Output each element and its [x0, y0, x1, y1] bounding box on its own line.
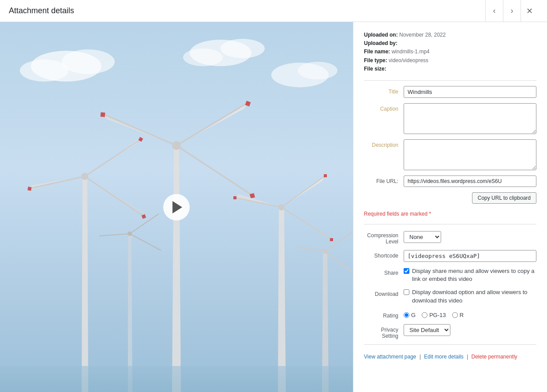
footer-links: View attachment page | Edit more details… [364, 354, 536, 360]
file-url-input[interactable] [404, 175, 536, 187]
prev-button[interactable]: ‹ [485, 0, 503, 22]
caption-label: Caption [364, 103, 404, 112]
media-preview [0, 22, 353, 392]
share-label: Share [364, 267, 404, 276]
rating-pg13-label[interactable]: PG-13 [422, 312, 446, 318]
divider-2 [364, 224, 536, 224]
file-url-row: File URL: [364, 175, 536, 187]
title-input[interactable] [404, 86, 536, 98]
svg-rect-30 [101, 112, 105, 117]
svg-rect-41 [233, 196, 236, 199]
delete-permanently-link[interactable]: Delete permanently [472, 354, 517, 360]
share-checkbox-label[interactable]: Display share menu and allow viewers to … [404, 267, 536, 283]
svg-point-5 [221, 39, 265, 58]
divider-3 [364, 344, 536, 345]
attachment-modal: Attachment details ‹ › ✕ [0, 0, 547, 392]
title-row: Title [364, 86, 536, 98]
rating-g-text: G [411, 312, 416, 318]
file-url-label: File URL: [364, 178, 404, 184]
compression-select[interactable]: None Low Medium High [404, 231, 441, 243]
compression-row: Compression Level None Low Medium High [364, 230, 536, 245]
uploaded-by: Uploaded by: [364, 39, 536, 48]
rating-pg13-text: PG-13 [429, 312, 446, 318]
next-button[interactable]: › [503, 0, 521, 22]
svg-marker-9 [82, 176, 88, 392]
compression-label: Compression Level [364, 230, 404, 245]
details-panel: Uploaded on: November 28, 2022 Uploaded … [353, 22, 547, 392]
svg-rect-39 [324, 174, 327, 177]
shortcode-input[interactable] [404, 250, 536, 262]
description-row: Description [364, 139, 536, 170]
chevron-right-icon: › [511, 6, 513, 15]
privacy-row: Privacy Setting Site Default Public Priv… [364, 324, 536, 339]
play-button[interactable] [163, 194, 190, 220]
svg-point-2 [62, 49, 115, 74]
download-checkbox[interactable] [404, 289, 409, 295]
download-checkbox-label[interactable]: Display download option and allow viewer… [404, 288, 536, 304]
copy-url-button[interactable]: Copy URL to clipboard [472, 192, 536, 204]
divider-1 [364, 80, 536, 81]
modal-nav: ‹ › ✕ [485, 0, 538, 22]
rating-group: G PG-13 R [404, 310, 464, 318]
title-label: Title [364, 86, 404, 95]
play-icon [172, 201, 182, 213]
caption-input[interactable] [404, 103, 536, 134]
rating-g-radio[interactable] [404, 312, 409, 318]
download-text: Display download option and allow viewer… [412, 288, 536, 304]
svg-rect-52 [0, 366, 353, 392]
svg-point-3 [20, 60, 68, 82]
download-row: Download Display download option and all… [364, 288, 536, 304]
share-wrapper: Display share menu and allow viewers to … [404, 267, 536, 283]
download-label: Download [364, 288, 404, 297]
shortcode-row: Shortcode [364, 250, 536, 262]
download-wrapper: Display download option and allow viewer… [404, 288, 536, 304]
rating-pg13-radio[interactable] [422, 312, 427, 318]
close-icon: ✕ [526, 6, 533, 16]
file-name: File name: windmills-1.mp4 [364, 48, 536, 56]
shortcode-label: Shortcode [364, 250, 404, 259]
svg-rect-19 [27, 187, 31, 190]
svg-point-8 [298, 62, 337, 79]
privacy-wrapper: Site Default Public Private [404, 324, 536, 336]
file-size: File size: [364, 65, 536, 73]
form-section: Title Caption Description File URL: [364, 86, 536, 339]
chevron-left-icon: ‹ [493, 6, 496, 15]
rating-r-label[interactable]: R [452, 312, 464, 318]
meta-section: Uploaded on: November 28, 2022 Uploaded … [364, 31, 536, 73]
share-row: Share Display share menu and allow viewe… [364, 267, 536, 283]
required-note: Required fields are marked * [364, 211, 536, 217]
privacy-label: Privacy Setting [364, 324, 404, 339]
copy-btn-row: Copy URL to clipboard [364, 192, 536, 204]
file-type: File type: video/videopress [364, 56, 536, 65]
compression-wrapper: None Low Medium High [404, 231, 536, 243]
edit-details-link[interactable]: Edit more details [424, 354, 463, 360]
svg-point-6 [183, 49, 223, 66]
close-button[interactable]: ✕ [521, 0, 538, 22]
modal-header: Attachment details ‹ › ✕ [0, 0, 547, 22]
description-input[interactable] [404, 139, 536, 170]
share-checkbox[interactable] [404, 268, 409, 274]
rating-r-radio[interactable] [452, 312, 458, 318]
modal-title: Attachment details [9, 6, 74, 15]
description-label: Description [364, 139, 404, 148]
uploaded-on: Uploaded on: November 28, 2022 [364, 31, 536, 39]
rating-row: Rating G PG-13 R [364, 310, 536, 319]
modal-body: Uploaded on: November 28, 2022 Uploaded … [0, 22, 547, 392]
caption-row: Caption [364, 103, 536, 134]
svg-rect-40 [330, 238, 333, 241]
rating-r-text: R [460, 312, 464, 318]
rating-g-label[interactable]: G [404, 312, 416, 318]
privacy-select[interactable]: Site Default Public Private [404, 324, 450, 336]
view-attachment-link[interactable]: View attachment page [364, 354, 416, 360]
share-text: Display share menu and allow viewers to … [412, 267, 536, 283]
rating-label: Rating [364, 310, 404, 319]
